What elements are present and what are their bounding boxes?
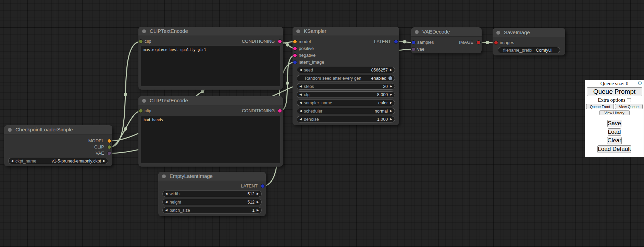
- view-history-button[interactable]: View History: [599, 110, 630, 115]
- node-title-bar[interactable]: CLIPTextEncode: [138, 96, 283, 105]
- arrow-right-icon[interactable]: ▶: [390, 101, 392, 104]
- slot-row: samples IMAGE: [411, 40, 482, 45]
- arrow-left-icon[interactable]: ◀: [165, 200, 168, 204]
- arrow-right-icon[interactable]: ▶: [390, 93, 392, 96]
- node-collapse-dot[interactable]: [296, 29, 300, 33]
- widget-width[interactable]: ◀ width 512 ▶: [162, 191, 262, 197]
- widget-value[interactable]: 20: [383, 84, 388, 89]
- node-collapse-dot[interactable]: [142, 29, 146, 33]
- widget-label: steps: [304, 84, 314, 89]
- save-button[interactable]: Save: [607, 120, 621, 127]
- widget-value[interactable]: 1.000: [377, 117, 388, 122]
- input-port-clip[interactable]: [139, 109, 143, 113]
- output-port-clip[interactable]: [108, 145, 111, 149]
- output-port-conditioning[interactable]: [278, 109, 282, 113]
- prompt-text-area[interactable]: bad hands: [141, 116, 280, 163]
- widget-denoise[interactable]: ◀ denoise 1.000 ▶: [297, 116, 395, 122]
- node-saveimage[interactable]: SaveImage images filename_prefix ComfyUI: [493, 28, 565, 55]
- node-title-bar[interactable]: CLIPTextEncode: [138, 27, 283, 36]
- widget-ckpt-name[interactable]: ◀ ckpt_name v1-5-pruned-emaonly.ckpt ▶: [8, 158, 108, 164]
- widget-cfg[interactable]: ◀ cfg 8.000 ▶: [297, 91, 395, 98]
- node-title-bar[interactable]: KSampler: [293, 27, 399, 36]
- widget-value[interactable]: 512: [247, 192, 255, 196]
- node-title-bar[interactable]: CheckpointLoaderSimple: [4, 125, 112, 134]
- arrow-right-icon[interactable]: ▶: [390, 118, 392, 121]
- arrow-left-icon[interactable]: ◀: [299, 85, 302, 88]
- input-label: negative: [299, 53, 315, 58]
- arrow-right-icon[interactable]: ▶: [257, 209, 259, 212]
- input-port-clip[interactable]: [139, 40, 143, 43]
- node-ksampler[interactable]: KSampler model LATENT positive negative …: [293, 27, 399, 125]
- output-port-latent[interactable]: [261, 184, 264, 188]
- load-button[interactable]: Load: [608, 128, 621, 136]
- arrow-left-icon[interactable]: ◀: [299, 109, 302, 113]
- arrow-right-icon[interactable]: ▶: [257, 192, 259, 195]
- input-port-samples[interactable]: [412, 41, 415, 44]
- widget-scheduler[interactable]: ◀ scheduler normal ▶: [297, 108, 395, 114]
- output-port-conditioning[interactable]: [278, 40, 282, 43]
- widget-steps[interactable]: ◀ steps 20 ▶: [297, 83, 395, 90]
- node-collapse-dot[interactable]: [415, 30, 419, 34]
- node-collapse-dot[interactable]: [496, 31, 500, 35]
- widget-value[interactable]: enabled: [371, 76, 387, 81]
- node-title-bar[interactable]: VAEDecode: [411, 27, 482, 37]
- widget-value[interactable]: v1-5-pruned-emaonly.ckpt: [52, 159, 101, 164]
- input-port-images[interactable]: [494, 41, 498, 44]
- widget-sampler-name[interactable]: ◀ sampler_name euler ▶: [297, 100, 395, 106]
- arrow-right-icon[interactable]: ▶: [103, 159, 106, 162]
- load-default-button[interactable]: Load Default: [597, 145, 631, 153]
- widget-value[interactable]: 512: [247, 200, 255, 205]
- widget-value[interactable]: 8566257: [371, 68, 388, 73]
- comfyui-node-graph[interactable]: { "colors": { "wire": "#b9c8ae", "title_…: [0, 0, 644, 247]
- input-port-model[interactable]: [293, 40, 297, 43]
- arrow-left-icon[interactable]: ◀: [299, 118, 302, 121]
- view-queue-button[interactable]: View Queue: [615, 104, 643, 109]
- arrow-right-icon[interactable]: ▶: [390, 85, 392, 88]
- widget-random-seed-toggle[interactable]: Random seed after every gen enabled: [297, 75, 395, 81]
- widget-value[interactable]: 8.000: [377, 92, 388, 97]
- queue-front-button[interactable]: Queue Front: [586, 104, 614, 109]
- widget-batch-size[interactable]: ◀ batch_size 1 ▶: [162, 207, 262, 213]
- prompt-text-area[interactable]: masterpiece best quality girl: [141, 46, 280, 86]
- widget-value[interactable]: 1: [252, 208, 255, 213]
- output-port-model[interactable]: [108, 139, 111, 143]
- arrow-left-icon[interactable]: ◀: [165, 209, 168, 212]
- node-collapse-dot[interactable]: [142, 99, 146, 103]
- widget-value[interactable]: ComfyUI: [536, 48, 553, 53]
- queue-prompt-button[interactable]: Queue Prompt: [587, 87, 642, 96]
- node-checkpointloadersimple[interactable]: CheckpointLoaderSimple MODEL CLIP VAE ◀ …: [4, 125, 112, 166]
- arrow-left-icon[interactable]: ◀: [165, 192, 168, 195]
- node-cliptextencode-negative[interactable]: CLIPTextEncode clip CONDITIONING bad han…: [138, 96, 283, 167]
- node-title-bar[interactable]: SaveImage: [493, 28, 565, 37]
- node-emptylatentimage[interactable]: EmptyLatentImage LATENT ◀ width 512 ▶ ◀ …: [158, 172, 266, 216]
- input-port-negative[interactable]: [293, 54, 297, 57]
- widget-label: height: [170, 200, 181, 205]
- node-cliptextencode-positive[interactable]: CLIPTextEncode clip CONDITIONING masterp…: [138, 27, 283, 90]
- input-port-vae[interactable]: [412, 48, 415, 51]
- clear-button[interactable]: Clear: [607, 137, 622, 144]
- output-port-vae[interactable]: [108, 152, 111, 155]
- widget-filename-prefix[interactable]: filename_prefix ComfyUI: [498, 47, 560, 53]
- arrow-right-icon[interactable]: ▶: [257, 200, 259, 204]
- node-collapse-dot[interactable]: [8, 128, 12, 132]
- widget-height[interactable]: ◀ height 512 ▶: [162, 199, 262, 205]
- node-collapse-dot[interactable]: [162, 174, 166, 178]
- arrow-right-icon[interactable]: ▶: [390, 68, 392, 72]
- output-port-latent[interactable]: [394, 40, 398, 43]
- input-port-positive[interactable]: [293, 47, 297, 50]
- arrow-left-icon[interactable]: ◀: [299, 68, 302, 72]
- toggle-indicator[interactable]: [388, 76, 392, 80]
- widget-seed[interactable]: ◀ seed 8566257 ▶: [297, 67, 395, 73]
- arrow-left-icon[interactable]: ◀: [11, 159, 13, 162]
- input-port-latent-image[interactable]: [293, 61, 297, 64]
- node-vaedecode[interactable]: VAEDecode samples IMAGE vae: [411, 27, 482, 53]
- extra-options-checkbox[interactable]: [627, 98, 631, 102]
- settings-gear-icon[interactable]: ⚙: [638, 81, 642, 86]
- arrow-left-icon[interactable]: ◀: [299, 93, 302, 96]
- arrow-left-icon[interactable]: ◀: [299, 101, 302, 104]
- output-port-image[interactable]: [477, 41, 480, 44]
- arrow-right-icon[interactable]: ▶: [390, 109, 392, 113]
- node-title-bar[interactable]: EmptyLatentImage: [158, 172, 266, 181]
- widget-value[interactable]: euler: [378, 101, 388, 105]
- widget-value[interactable]: normal: [375, 109, 388, 114]
